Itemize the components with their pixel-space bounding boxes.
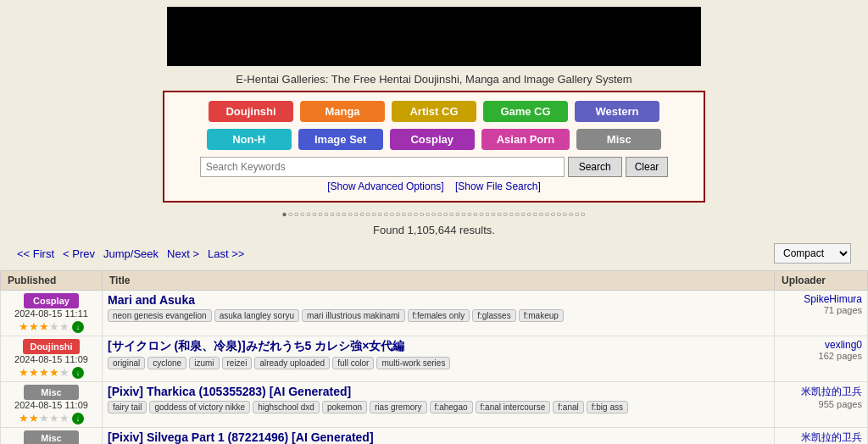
tag[interactable]: multi-work series: [376, 357, 450, 369]
tag[interactable]: f:makeup: [519, 309, 564, 322]
tag[interactable]: original: [108, 357, 145, 369]
date-cell: 2024-08-15 11:11: [6, 308, 97, 319]
stars-row: ★★★★★↓: [6, 320, 97, 333]
pub-cell: Doujinshi2024-08-15 11:09★★★★★↓: [1, 336, 103, 382]
uploader-name[interactable]: SpikeHimura: [780, 293, 862, 305]
title-cell: [サイクロン (和泉、冷泉)]みだれうち5 カレシ強×女代編originalcy…: [103, 336, 775, 382]
cat-cosplay-btn[interactable]: Cosplay: [390, 129, 475, 150]
download-icon[interactable]: ↓: [72, 413, 84, 425]
cat-non-h-btn[interactable]: Non-H: [207, 129, 292, 150]
search-row: Search Clear: [173, 157, 695, 177]
tag[interactable]: f:big ass: [587, 401, 628, 413]
tag[interactable]: reizei: [222, 357, 253, 369]
col-header-published: Published: [1, 271, 103, 291]
table-row: Doujinshi2024-08-15 11:09★★★★★↓[サイクロン (和…: [1, 336, 868, 382]
category-row-2: Non-H Image Set Cosplay Asian Porn Misc: [173, 129, 695, 150]
pages-info: 162 pages: [780, 351, 862, 361]
title-cell: Mari and Asukaneon genesis evangelionasu…: [103, 291, 775, 336]
date-cell: 2024-08-15 11:09: [6, 354, 97, 364]
cat-manga-btn[interactable]: Manga: [300, 101, 385, 122]
uploader-name[interactable]: vexling0: [780, 339, 862, 351]
tag[interactable]: izumi: [189, 357, 219, 369]
prev-page-link[interactable]: < Prev: [63, 247, 95, 260]
nav-links: << First < Prev Jump/Seek Next > Last >>: [17, 247, 244, 260]
tag[interactable]: f:ahegao: [430, 401, 473, 413]
tag[interactable]: goddess of victory nikke: [149, 401, 250, 413]
nav-bar: << First < Prev Jump/Seek Next > Last >>…: [0, 240, 868, 267]
pages-info: 71 pages: [780, 305, 862, 315]
uploader-name[interactable]: 米凯拉的卫兵: [780, 430, 862, 444]
cat-image-set-btn[interactable]: Image Set: [298, 129, 383, 150]
category-label[interactable]: Cosplay: [24, 293, 79, 308]
title-cell: [Pixiv] Silvega Part 1 (87221496) [AI Ge…: [103, 428, 775, 445]
pub-cell: Cosplay2024-08-15 11:11★★★★★↓: [1, 291, 103, 336]
advanced-links: [Show Advanced Options] [Show File Searc…: [173, 180, 695, 192]
clear-button[interactable]: Clear: [626, 157, 669, 177]
category-label[interactable]: Misc: [24, 385, 79, 400]
table-row: Cosplay2024-08-15 11:11★★★★★↓Mari and As…: [1, 291, 868, 336]
tag[interactable]: cyclone: [147, 357, 186, 369]
tag[interactable]: asuka langley soryu: [214, 309, 299, 322]
tag[interactable]: fairy tail: [108, 401, 147, 413]
tag[interactable]: full color: [332, 357, 374, 369]
uploader-name[interactable]: 米凯拉的卫兵: [780, 385, 862, 399]
col-header-title: Title: [103, 271, 775, 291]
uploader-cell: vexling0162 pages: [775, 336, 868, 382]
cat-game-cg-btn[interactable]: Game CG: [483, 101, 568, 122]
tag[interactable]: mari illustrious makinami: [302, 309, 404, 322]
tag[interactable]: f:females only: [408, 309, 470, 322]
pub-cell: Misc2024-08-15 11:09★★★★★↓: [1, 428, 103, 445]
cat-artist-cg-btn[interactable]: Artist CG: [392, 101, 476, 122]
category-row-1: Doujinshi Manga Artist CG Game CG Wester…: [173, 101, 695, 122]
title-cell: [Pixiv] Tharkica (105355283) [AI Generat…: [103, 382, 775, 428]
pages-info: 955 pages: [780, 399, 862, 409]
dots-bar: ●○○○○○○○○○○○○○○○○○○○○○○○○○○○○○○○○○○○○○○○…: [0, 209, 868, 219]
uploader-cell: 米凯拉的卫兵955 pages: [775, 382, 868, 428]
search-button[interactable]: Search: [568, 157, 622, 177]
site-title: E-Hentai Galleries: The Free Hentai Douj…: [0, 73, 868, 86]
category-label[interactable]: Misc: [24, 430, 79, 444]
uploader-cell: SpikeHimura71 pages: [775, 291, 868, 336]
gallery-title-link[interactable]: [サイクロン (和泉、冷泉)]みだれうち5 カレシ強×女代編: [108, 339, 404, 352]
show-file-search-link[interactable]: [Show File Search]: [455, 180, 541, 192]
tags-container: originalcycloneizumireizeialready upload…: [108, 357, 769, 369]
tag[interactable]: pokemon: [322, 401, 367, 413]
category-box: Doujinshi Manga Artist CG Game CG Wester…: [163, 91, 705, 203]
table-row: Misc2024-08-15 11:09★★★★★↓[Pixiv] Silveg…: [1, 428, 868, 445]
date-cell: 2024-08-15 11:09: [6, 400, 97, 410]
gallery-title-link[interactable]: Mari and Asuka: [108, 293, 195, 307]
view-mode-select[interactable]: Compact Minimal Extended Thumbnail: [774, 243, 851, 264]
results-info: Found 1,105,644 results.: [0, 224, 868, 236]
stars-row: ★★★★★↓: [6, 366, 97, 379]
cat-doujinshi-btn[interactable]: Doujinshi: [209, 101, 293, 122]
download-icon[interactable]: ↓: [72, 321, 84, 333]
gallery-title-link[interactable]: [Pixiv] Tharkica (105355283) [AI Generat…: [108, 385, 351, 398]
gallery-title-link[interactable]: [Pixiv] Silvega Part 1 (87221496) [AI Ge…: [108, 430, 374, 444]
download-icon[interactable]: ↓: [72, 367, 84, 379]
tag[interactable]: rias gremory: [370, 401, 427, 413]
search-input[interactable]: [200, 157, 565, 177]
show-advanced-options-link[interactable]: [Show Advanced Options]: [327, 180, 443, 192]
stars-row: ★★★★★↓: [6, 412, 97, 425]
col-header-uploader: Uploader: [775, 271, 868, 291]
cat-misc-btn[interactable]: Misc: [576, 129, 661, 150]
tags-container: neon genesis evangelionasuka langley sor…: [108, 309, 769, 322]
next-page-link[interactable]: Next >: [167, 247, 199, 260]
tag[interactable]: f:glasses: [472, 309, 515, 322]
tag[interactable]: f:anal: [553, 401, 583, 413]
tag[interactable]: already uploaded: [254, 357, 330, 369]
tags-container: fairy tailgoddess of victory nikkehighsc…: [108, 401, 769, 413]
uploader-cell: 米凯拉的卫兵1000 pages: [775, 428, 868, 445]
tag[interactable]: f:anal intercourse: [476, 401, 551, 413]
cat-asian-porn-btn[interactable]: Asian Porn: [481, 129, 570, 150]
cat-western-btn[interactable]: Western: [575, 101, 659, 122]
pub-cell: Misc2024-08-15 11:09★★★★★↓: [1, 382, 103, 428]
category-label[interactable]: Doujinshi: [23, 339, 79, 354]
tag[interactable]: neon genesis evangelion: [108, 309, 212, 322]
table-row: Misc2024-08-15 11:09★★★★★↓[Pixiv] Tharki…: [1, 382, 868, 428]
last-page-link[interactable]: Last >>: [208, 247, 244, 260]
jump-seek-link[interactable]: Jump/Seek: [103, 247, 159, 260]
gallery-table: Published Title Uploader Cosplay2024-08-…: [0, 270, 868, 444]
first-page-link[interactable]: << First: [17, 247, 54, 260]
tag[interactable]: highschool dxd: [253, 401, 320, 413]
